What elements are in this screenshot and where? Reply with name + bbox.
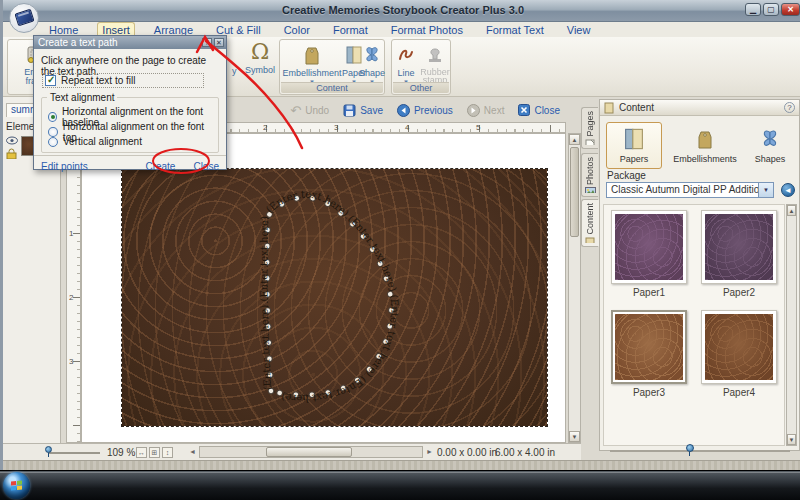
- scrollbar-thumb[interactable]: [570, 147, 579, 237]
- tab-format-photos[interactable]: Format Photos: [387, 23, 467, 37]
- dialog-title-bar[interactable]: Create a text path ? ✕: [34, 36, 226, 49]
- omega-symbol-icon: Ω: [251, 39, 269, 65]
- save-button[interactable]: Save: [343, 104, 383, 117]
- dropdown-arrow-icon[interactable]: ▼: [758, 183, 773, 197]
- tab-shapes[interactable]: Shapes: [746, 122, 794, 169]
- swatch-scrollbar[interactable]: ▲ ▼: [786, 204, 797, 446]
- close-link[interactable]: Close: [193, 161, 219, 172]
- tab-view[interactable]: View: [563, 23, 595, 37]
- dialog-close-icon[interactable]: ✕: [214, 38, 224, 47]
- shapes-tab-icon: [759, 127, 781, 151]
- close-button[interactable]: ✕: [781, 3, 800, 16]
- text-alignment-group: Text alignment Horizontal alignment on t…: [41, 97, 219, 153]
- edit-points-link[interactable]: Edit points: [41, 161, 88, 172]
- scrollbar-thumb[interactable]: [266, 447, 352, 457]
- content-icon: [585, 237, 595, 243]
- dialog-body: Click anywhere on the page to create the…: [34, 49, 226, 169]
- tag-icon: [303, 42, 321, 68]
- package-value: Classic Autumn Digital PP Additions: [611, 184, 770, 195]
- dialog-footer: Edit points Create Close: [34, 155, 226, 169]
- paper1-thumbnail[interactable]: [615, 214, 683, 280]
- minimize-button[interactable]: ▁: [745, 3, 761, 16]
- embellishments-tab-icon: [696, 127, 714, 151]
- window-title: Creative Memories Storybook Creator Plus…: [3, 4, 800, 16]
- package-back-button[interactable]: ◄: [781, 183, 795, 197]
- close-page-button[interactable]: Close: [518, 104, 560, 116]
- package-dropdown[interactable]: Classic Autumn Digital PP Additions ▼: [606, 182, 774, 198]
- canvas-viewport[interactable]: (Enter text here) (Enter text here) (Ent…: [81, 133, 566, 443]
- checkbox[interactable]: [45, 75, 56, 86]
- zoom-slider[interactable]: [48, 452, 100, 454]
- shape-button[interactable]: Shape ▼: [358, 42, 386, 85]
- close-x-icon: [518, 104, 530, 116]
- ruler-number: 2: [69, 293, 73, 302]
- next-arrow-icon: [467, 104, 480, 117]
- storybook-icon: [14, 9, 34, 27]
- scroll-right-arrow[interactable]: ►: [424, 447, 435, 458]
- radio-button[interactable]: [48, 137, 58, 147]
- undo-icon: ↶: [290, 103, 301, 118]
- partial-button-label: y: [232, 66, 237, 76]
- tab-color[interactable]: Color: [280, 23, 314, 37]
- dialog-title: Create a text path: [38, 37, 118, 48]
- paper3-thumbnail[interactable]: [615, 314, 683, 380]
- vertical-scrollbar[interactable]: ▲ ▼: [568, 133, 581, 443]
- group-label: Text alignment: [47, 92, 117, 103]
- line-button[interactable]: Line ▼: [393, 42, 419, 85]
- tab-papers[interactable]: Papers: [606, 122, 662, 169]
- content-panel: Content ? Papers Embellishments Shapes: [599, 99, 800, 451]
- vertical-tab-content[interactable]: Content: [581, 199, 599, 247]
- vertical-tab-photos[interactable]: Photos: [581, 153, 598, 197]
- fit-width-button[interactable]: ↔: [136, 447, 147, 458]
- lock-icon[interactable]: [6, 148, 17, 159]
- paper2-thumbnail[interactable]: [705, 214, 773, 280]
- application-icon[interactable]: [9, 3, 39, 33]
- tab-format[interactable]: Format: [329, 23, 372, 37]
- panel-slider-handle[interactable]: [686, 444, 694, 452]
- symbol-label: Symbol: [245, 65, 275, 75]
- repeat-text-checkbox-row[interactable]: Repeat text to fill: [42, 73, 204, 88]
- line-label: Line: [397, 68, 414, 78]
- radio-vertical[interactable]: Vertical alignment: [48, 136, 142, 147]
- paper-swatch[interactable]: Paper1: [607, 210, 691, 298]
- scroll-down-arrow[interactable]: ▼: [787, 434, 796, 445]
- tab-embellishments[interactable]: Embellishments: [668, 122, 742, 169]
- page-paper[interactable]: [122, 169, 547, 426]
- page-size: 6.00 x 4.00 in: [495, 447, 555, 458]
- ribbon-group-other: Line ▼ Rubber stamp Other: [391, 39, 451, 95]
- embellishment-button[interactable]: Embellishment ▼: [282, 42, 342, 85]
- ruler-number: 1: [69, 229, 73, 238]
- visibility-eye-icon[interactable]: [6, 136, 18, 145]
- fit-height-button[interactable]: ↕: [162, 447, 173, 458]
- scroll-up-arrow[interactable]: ▲: [787, 205, 796, 216]
- symbol-button[interactable]: Ω Symbol: [243, 39, 277, 75]
- create-link[interactable]: Create: [145, 161, 175, 172]
- ruler-number: 3: [69, 357, 73, 366]
- previous-button[interactable]: Previous: [397, 104, 453, 117]
- panel-size-slider[interactable]: [610, 450, 790, 452]
- ruler-number: 4: [405, 123, 409, 132]
- maximize-button[interactable]: ▢: [763, 3, 779, 16]
- dialog-help-button[interactable]: ?: [202, 38, 212, 47]
- ruler-number: 3: [334, 123, 338, 132]
- zoom-slider-handle[interactable]: [45, 446, 52, 453]
- tab-format-text[interactable]: Format Text: [482, 23, 548, 37]
- title-bar[interactable]: Creative Memories Storybook Creator Plus…: [3, 0, 800, 22]
- right-panel: Pages Photos Content Content ?: [581, 99, 800, 459]
- zoom-level: 109 %: [107, 447, 135, 458]
- photos-icon: [585, 187, 596, 193]
- vertical-tab-pages[interactable]: Pages: [581, 107, 598, 149]
- paper-swatch[interactable]: Paper2: [697, 210, 781, 298]
- scroll-up-arrow[interactable]: ▲: [569, 134, 580, 145]
- paper-swatch[interactable]: Paper4: [697, 310, 781, 398]
- scroll-left-arrow[interactable]: ◄: [187, 447, 198, 458]
- help-icon[interactable]: ?: [784, 102, 795, 113]
- paper4-thumbnail[interactable]: [705, 314, 773, 380]
- paper-swatch[interactable]: Paper3: [607, 310, 691, 398]
- start-button[interactable]: [3, 472, 30, 499]
- scroll-down-arrow[interactable]: ▼: [569, 431, 580, 442]
- ruler-number: 5: [476, 123, 480, 132]
- fit-page-button[interactable]: ⊞: [149, 447, 160, 458]
- horizontal-scrollbar[interactable]: [199, 446, 423, 458]
- rubber-stamp-button: Rubber stamp: [420, 42, 450, 84]
